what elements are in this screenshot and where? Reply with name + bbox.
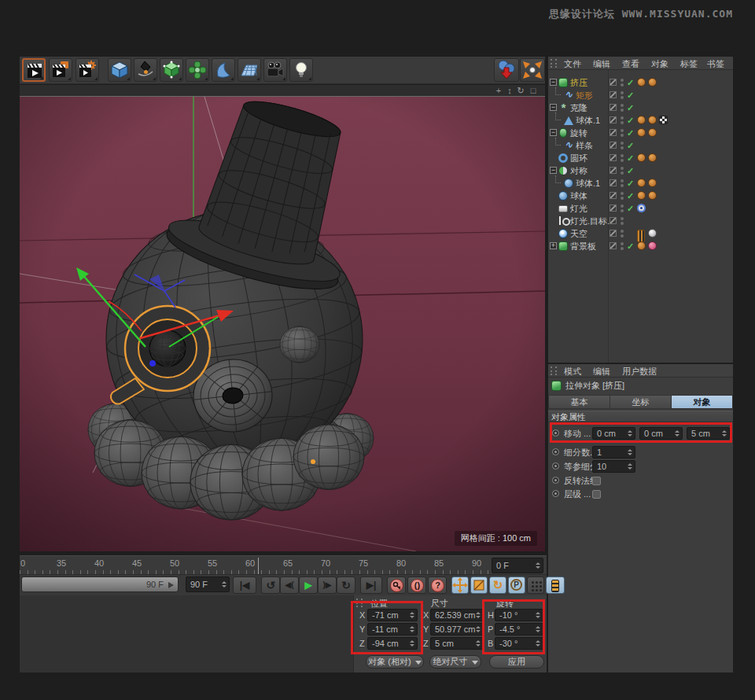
panel-grip-icon[interactable] [356, 599, 363, 607]
visibility-dots[interactable] [621, 91, 624, 99]
layer-box[interactable] [610, 179, 617, 186]
stepper-icon[interactable] [535, 611, 541, 619]
array-object-button[interactable] [186, 58, 209, 82]
menu-bookmarks[interactable]: 书签 [707, 58, 724, 70]
menu-edit[interactable]: 编辑 [593, 58, 610, 70]
viewport-3d-canvas[interactable]: 网格间距 : 100 cm [20, 96, 545, 551]
enabled-check[interactable]: ✓ [627, 177, 634, 190]
visibility-dots[interactable] [621, 104, 624, 112]
visibility-dots[interactable] [621, 116, 624, 124]
primitive-cube-button[interactable] [108, 58, 131, 82]
enabled-check[interactable]: ✓ [627, 139, 634, 152]
visibility-dots[interactable] [621, 230, 624, 238]
stepper-icon[interactable] [409, 625, 415, 633]
coordinate-mode-button[interactable]: 对象 (相对) [366, 655, 424, 669]
visibility-dots[interactable] [621, 142, 624, 149]
pink-material-tag[interactable] [648, 241, 657, 250]
keyframe-radio[interactable] [552, 490, 559, 497]
make-editable-button[interactable] [494, 58, 519, 82]
next-key-button[interactable]: )▶ [318, 577, 337, 594]
visibility-dots[interactable] [621, 79, 624, 87]
tab-coordinates[interactable]: 坐标 [610, 395, 672, 409]
size-x-field[interactable]: 62.539 cm [430, 609, 484, 621]
keying-selection-button[interactable] [527, 577, 544, 594]
expand-icon[interactable]: + [550, 242, 557, 249]
movement-z-field[interactable]: 5 cm [687, 427, 730, 440]
enabled-check[interactable]: ✓ [627, 240, 634, 252]
checker-texture-tag[interactable] [659, 116, 668, 124]
deformer-button[interactable] [212, 58, 235, 82]
visibility-dots[interactable] [621, 154, 624, 162]
menu-objects[interactable]: 对象 [651, 58, 668, 70]
size-y-field[interactable]: 50.977 cm [430, 623, 484, 636]
stepper-icon[interactable] [627, 462, 633, 470]
subdivision-surface-button[interactable] [160, 58, 183, 82]
record-keyframe-button[interactable] [387, 577, 406, 594]
stepper-icon[interactable] [627, 448, 633, 456]
material-tag[interactable] [637, 241, 646, 250]
stepper-icon[interactable] [721, 429, 727, 437]
material-tag[interactable] [637, 78, 646, 87]
autokey-button[interactable]: () [407, 577, 426, 594]
object-row-circle[interactable]: 圆环 ✓ [548, 152, 733, 164]
render-view-button[interactable] [22, 58, 46, 82]
rotate-icon[interactable]: ↻ [515, 85, 526, 96]
play-backwards-button[interactable]: ↺ [261, 577, 280, 594]
enabled-check[interactable]: ✓ [627, 76, 634, 89]
material-tag[interactable] [648, 78, 657, 87]
enabled-check[interactable]: ✓ [627, 127, 634, 139]
layer-box[interactable] [610, 217, 617, 224]
object-row-sphere1-clone[interactable]: 球体.1 ✓ [548, 114, 733, 127]
material-tag[interactable] [648, 153, 657, 162]
preview-marker[interactable] [258, 558, 259, 574]
stepper-icon[interactable] [627, 429, 633, 437]
enabled-check[interactable]: ✓ [627, 101, 634, 114]
material-tag[interactable] [637, 191, 646, 200]
object-row-cloner[interactable]: − * 克隆 ✓ [548, 101, 733, 114]
stepper-icon[interactable] [674, 429, 680, 437]
movement-y-field[interactable]: 0 cm [639, 427, 683, 440]
iso-subdivision-field[interactable]: 10 [592, 460, 635, 473]
layer-box[interactable] [610, 154, 617, 161]
keyframe-help-button[interactable]: ? [428, 577, 447, 594]
motion-clip-button[interactable] [546, 577, 565, 594]
object-row-sphere[interactable]: 球体 ✓ [548, 190, 733, 202]
material-tag[interactable] [648, 191, 657, 200]
material-tag[interactable] [648, 128, 657, 137]
axis-modification-button[interactable] [520, 58, 545, 82]
render-picture-viewer-button[interactable] [49, 58, 72, 82]
object-row-spline[interactable]: ∿ 样条 ✓ [548, 139, 733, 152]
goto-end-button[interactable]: ▶| [360, 577, 382, 594]
object-row-light-target[interactable]: 灯光.目标.1 [548, 215, 733, 227]
stepper-icon[interactable] [535, 639, 541, 647]
object-row-rectangle[interactable]: ∿ 矩形 ✓ [548, 89, 733, 101]
rotation-p-field[interactable]: -4.5 ° [495, 623, 543, 636]
object-row-symmetry[interactable]: − 对称 ✓ [548, 164, 733, 177]
spline-pen-button[interactable] [134, 58, 157, 82]
rotation-h-field[interactable]: -10 ° [495, 609, 543, 621]
layer-box[interactable] [610, 142, 617, 149]
layer-box[interactable] [610, 204, 617, 212]
collapse-icon[interactable]: − [550, 129, 557, 136]
stepper-icon[interactable] [535, 562, 541, 569]
visibility-dots[interactable] [621, 217, 624, 225]
end-frame-field[interactable]: 0 F [492, 558, 543, 573]
timeline-scrubber[interactable]: 90 F [21, 577, 179, 592]
keyframe-radio[interactable] [552, 448, 559, 455]
stepper-icon[interactable] [409, 611, 415, 619]
camera-button[interactable] [263, 58, 287, 82]
flip-normals-checkbox[interactable] [592, 477, 601, 485]
object-row-sky[interactable]: 天空 [548, 227, 733, 240]
position-z-field[interactable]: -94 cm [367, 637, 418, 650]
size-mode-button[interactable]: 绝对尺寸 [429, 655, 481, 669]
layer-box[interactable] [610, 167, 617, 174]
menu-edit[interactable]: 编辑 [593, 366, 610, 378]
render-settings-button[interactable] [76, 58, 99, 82]
material-tag[interactable] [637, 153, 646, 162]
menu-view[interactable]: 查看 [622, 58, 639, 70]
material-tag[interactable] [637, 179, 646, 187]
collapse-icon[interactable]: − [550, 167, 557, 174]
material-tag[interactable] [648, 116, 657, 124]
panel-grip-icon[interactable] [551, 367, 557, 375]
light-button[interactable] [289, 58, 313, 82]
